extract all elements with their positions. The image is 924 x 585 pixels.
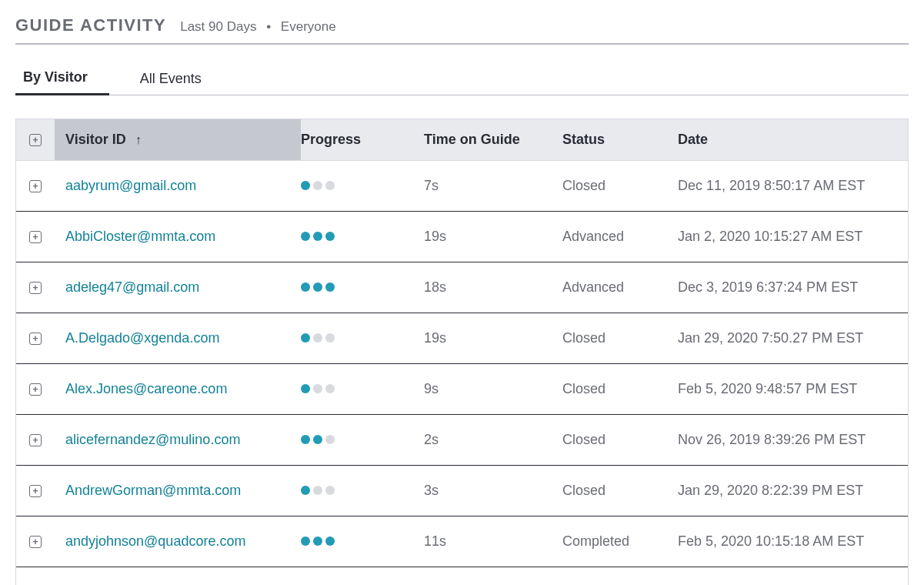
expand-cell: + [16,231,55,243]
panel-filter[interactable]: Last 90 Days • Everyone [180,19,335,35]
table-body: +aabyrum@gmail.com7sClosedDec 11, 2019 8… [16,161,908,585]
table-row: +aziz.richards@wik.com3sClosedDec 9, 201… [16,567,908,585]
progress-dot [325,181,335,190]
progress-dot [301,384,310,393]
progress-dot [325,537,335,546]
tab-by-visitor[interactable]: By Visitor [15,62,109,95]
expand-row-button[interactable]: + [29,282,42,294]
expand-row-button[interactable]: + [29,333,42,345]
progress-cell [301,381,424,397]
time-cell: 11s [424,533,562,550]
progress-dots [301,282,335,292]
table-row: +andyjohnson@quadcore.com11sCompletedFeb… [16,516,908,567]
column-status[interactable]: Status [562,132,678,148]
progress-dot [325,435,335,444]
expand-row-button[interactable]: + [29,231,42,243]
activity-table: + Visitor ID ↑ Progress Time on Guide St… [15,119,909,585]
visitor-cell: andyjohnson@quadcore.com [55,533,301,550]
progress-dot [301,232,310,241]
progress-dot [301,282,310,292]
column-date[interactable]: Date [678,132,908,148]
column-visitor-id[interactable]: Visitor ID ↑ [55,119,301,160]
date-cell: Nov 26, 2019 8:39:26 PM EST [678,432,908,448]
expand-row-button[interactable]: + [29,383,42,396]
expand-row-button[interactable]: + [29,434,42,446]
visitor-link[interactable]: AbbiCloster@mmta.com [65,229,215,244]
date-cell: Feb 5, 2020 10:15:18 AM EST [678,533,908,550]
panel-header: GUIDE ACTIVITY Last 90 Days • Everyone [15,15,909,45]
visitor-link[interactable]: aabyrum@gmail.com [65,178,196,193]
progress-cell [301,229,424,245]
tab-all-events[interactable]: All Events [132,63,223,95]
progress-dot [313,181,322,190]
expand-row-button[interactable]: + [29,180,42,192]
date-cell: Dec 11, 2019 8:50:17 AM EST [678,178,908,194]
visitor-cell: AbbiCloster@mmta.com [55,229,301,245]
progress-cell [301,330,424,346]
expand-row-button[interactable]: + [29,485,42,497]
table-row: +A.Delgado@xgenda.com19sClosedJan 29, 20… [16,313,908,364]
progress-dot [313,232,322,241]
visitor-cell: A.Delgado@xgenda.com [55,330,301,346]
filter-separator: • [266,19,271,34]
panel-title: GUIDE ACTIVITY [15,15,166,35]
expand-cell: + [16,180,55,192]
visitor-link[interactable]: AndrewGorman@mmta.com [65,483,241,498]
table-row: +Alex.Jones@careone.com9sClosedFeb 5, 20… [16,364,908,415]
progress-dot [325,333,335,343]
date-cell: Jan 29, 2020 7:50.27 PM EST [678,330,908,346]
column-progress[interactable]: Progress [301,132,424,148]
expand-all-cell: + [16,134,55,146]
table-row: +alicefernandez@mulino.com2sClosedNov 26… [16,415,908,466]
status-cell: Advanced [562,229,678,245]
progress-dot [313,435,322,444]
progress-dot [325,384,335,393]
status-cell: Closed [562,381,678,397]
expand-row-button[interactable]: + [29,536,42,548]
visitor-cell: AndrewGorman@mmta.com [55,483,301,499]
column-visitor-id-label: Visitor ID [65,132,126,148]
table-row: +AbbiCloster@mmta.com19sAdvancedJan 2, 2… [16,212,908,262]
guide-activity-panel: GUIDE ACTIVITY Last 90 Days • Everyone B… [0,0,924,585]
progress-dot [301,435,310,444]
status-cell: Closed [562,330,678,346]
progress-dots [301,384,335,393]
visitor-link[interactable]: Alex.Jones@careone.com [65,381,227,396]
progress-dot [313,537,322,546]
expand-all-button[interactable]: + [29,134,42,146]
filter-segment: Everyone [281,19,336,34]
visitor-link[interactable]: A.Delgado@xgenda.com [65,330,219,346]
status-cell: Closed [562,432,678,448]
progress-cell [301,533,424,550]
filter-range: Last 90 Days [180,19,256,34]
progress-dots [301,486,335,495]
visitor-link[interactable]: adeleg47@gmail.com [65,279,199,295]
progress-dots [301,232,335,241]
progress-dot [325,232,335,241]
visitor-link[interactable]: alicefernandez@mulino.com [65,432,240,447]
progress-dot [301,181,310,190]
time-cell: 3s [424,483,562,499]
status-cell: Advanced [562,279,678,296]
visitor-link[interactable]: andyjohnson@quadcore.com [65,533,245,549]
visitor-cell: Alex.Jones@careone.com [55,381,301,397]
expand-cell: + [16,333,55,345]
time-cell: 7s [424,178,562,194]
time-cell: 18s [424,279,562,296]
expand-cell: + [16,485,55,497]
progress-dot [313,333,322,343]
column-time-on-guide[interactable]: Time on Guide [424,132,562,148]
tabs: By Visitor All Events [15,62,909,95]
time-cell: 9s [424,381,562,397]
date-cell: Jan 29, 2020 8:22:39 PM EST [678,483,908,499]
expand-cell: + [16,434,55,446]
date-cell: Jan 2, 2020 10:15:27 AM EST [678,229,908,245]
progress-dot [313,282,322,292]
time-cell: 19s [424,229,562,245]
expand-cell: + [16,282,55,294]
progress-cell [301,279,424,296]
visitor-cell: aabyrum@gmail.com [55,178,301,194]
expand-cell: + [16,536,55,548]
date-cell: Feb 5, 2020 9:48:57 PM EST [678,381,908,397]
status-cell: Closed [562,483,678,499]
